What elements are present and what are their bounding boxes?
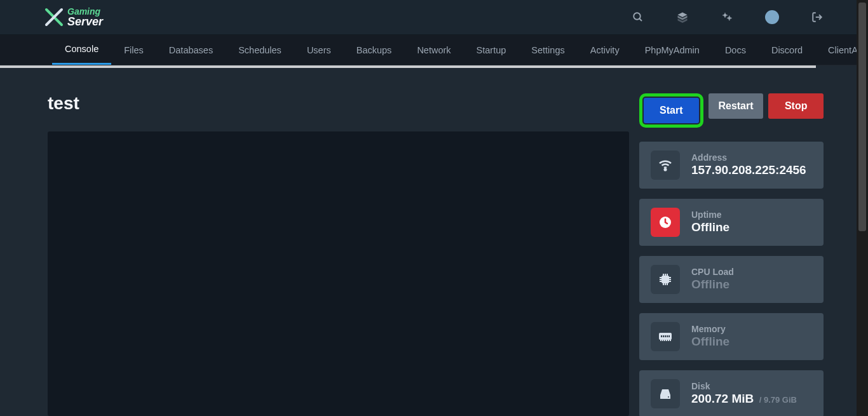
svg-point-6 [728, 17, 731, 20]
tab-users[interactable]: Users [294, 35, 344, 65]
start-button-highlight: Start [639, 93, 703, 128]
stop-button[interactable]: Stop [768, 93, 824, 119]
power-button-row: Start Restart Stop [639, 93, 824, 128]
tab-databases[interactable]: Databases [156, 35, 226, 65]
tab-settings[interactable]: Settings [519, 35, 577, 65]
search-icon[interactable] [632, 11, 644, 23]
tab-docs[interactable]: Docs [712, 35, 759, 65]
left-column: test [48, 93, 629, 416]
wifi-icon [651, 151, 680, 180]
svg-line-1 [639, 18, 642, 21]
disk-value: 200.72 MiB [691, 392, 754, 405]
memory-value: Offline [691, 334, 729, 350]
nav-tabs: Console Files Databases Schedules Users … [0, 35, 868, 65]
stat-card-disk: Disk 200.72 MiB / 9.79 GiB [639, 370, 824, 416]
scrollbar-thumb[interactable] [858, 3, 866, 231]
stat-card-cpu: CPU Load Offline [639, 256, 824, 303]
svg-point-5 [724, 14, 727, 17]
disk-label: Disk [691, 381, 797, 391]
restart-button[interactable]: Restart [709, 93, 764, 119]
start-button[interactable]: Start [644, 98, 699, 123]
stat-card-uptime: Uptime Offline [639, 199, 824, 246]
tab-startup[interactable]: Startup [464, 35, 519, 65]
svg-rect-10 [662, 276, 668, 283]
uptime-label: Uptime [691, 210, 729, 220]
main-content: test Start Restart Stop Address 157.90.2… [0, 68, 868, 416]
logo-mark-icon [44, 8, 64, 27]
memory-label: Memory [691, 324, 729, 334]
tab-network[interactable]: Network [404, 35, 463, 65]
address-value: 157.90.208.225:2456 [691, 163, 806, 178]
logo-line1: Gaming [67, 7, 103, 16]
svg-point-13 [668, 396, 669, 398]
address-label: Address [691, 152, 806, 163]
tab-backups[interactable]: Backups [344, 35, 405, 65]
tab-activity[interactable]: Activity [578, 35, 632, 65]
disk-sub: / 9.79 GiB [759, 395, 797, 405]
tab-console[interactable]: Console [52, 35, 111, 65]
layers-icon[interactable] [676, 11, 689, 23]
clock-icon [651, 208, 680, 237]
svg-point-0 [634, 13, 641, 20]
logout-icon[interactable] [811, 11, 824, 23]
top-header: Gaming Server [0, 0, 868, 35]
admin-cogs-icon[interactable] [721, 11, 733, 23]
tab-schedules[interactable]: Schedules [226, 35, 294, 65]
cpu-value: Offline [691, 277, 734, 293]
stat-card-memory: Memory Offline [639, 313, 824, 360]
browser-scrollbar[interactable] [857, 0, 868, 416]
uptime-value: Offline [691, 220, 729, 236]
tab-discord[interactable]: Discord [759, 35, 815, 65]
stat-card-address: Address 157.90.208.225:2456 [639, 142, 824, 189]
cpu-label: CPU Load [691, 267, 734, 277]
right-column: Start Restart Stop Address 157.90.208.22… [639, 93, 824, 416]
top-icon-row [632, 10, 824, 24]
logo-line2: Server [67, 16, 103, 27]
logo-text: Gaming Server [67, 7, 103, 27]
brand-logo[interactable]: Gaming Server [44, 7, 103, 27]
disk-icon [651, 379, 680, 408]
server-name-heading: test [48, 93, 629, 114]
tab-files[interactable]: Files [111, 35, 156, 65]
console-output[interactable] [48, 131, 629, 416]
user-avatar[interactable] [765, 10, 779, 24]
memory-icon [651, 322, 680, 351]
svg-point-8 [665, 169, 667, 171]
cpu-icon [651, 265, 680, 294]
tab-phpmyadmin[interactable]: PhpMyAdmin [632, 35, 712, 65]
